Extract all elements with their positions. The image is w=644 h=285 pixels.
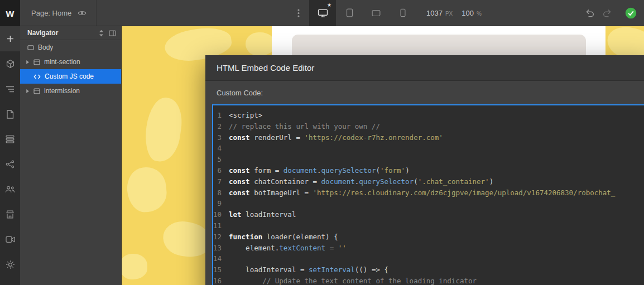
canvas-width-value[interactable]: 1037 — [426, 9, 443, 17]
line-content — [229, 154, 233, 165]
default-breakpoint-star-icon: ★ — [327, 3, 331, 8]
users-icon[interactable] — [0, 177, 20, 202]
navigator-item-mint-section[interactable]: mint-section — [20, 55, 121, 69]
expand-chevron-icon[interactable] — [25, 89, 30, 94]
code-line: 2// replace this url with your own // — [213, 121, 644, 132]
line-content: loadInterval = setInterval(() => { — [229, 264, 388, 276]
line-content — [229, 220, 233, 231]
modal-body: Custom Code: 1<script>2// replace this u… — [205, 81, 644, 285]
paint-blob — [246, 32, 275, 56]
paint-blob — [142, 95, 185, 164]
collapse-panel-icon[interactable] — [109, 30, 116, 36]
code-line: 6const form = document.querySelector('fo… — [213, 165, 644, 176]
pages-icon[interactable] — [0, 102, 20, 127]
modal-title: HTML Embed Code Editor — [217, 63, 314, 73]
code-line: 11 — [213, 220, 644, 231]
section-element-icon — [33, 59, 40, 65]
saved-status-check-icon[interactable] — [625, 7, 637, 19]
custom-code-label: Custom Code: — [217, 89, 644, 97]
code-line: 5 — [213, 154, 644, 165]
line-number: 3 — [213, 132, 229, 143]
line-content: element.textContent = '' — [229, 243, 347, 254]
modal-header[interactable]: HTML Embed Code Editor — [205, 55, 644, 81]
breakpoint-phone-button[interactable] — [390, 0, 416, 26]
settings-icon[interactable] — [0, 252, 20, 277]
preview-eye-icon[interactable] — [78, 10, 86, 16]
line-number: 12 — [213, 231, 229, 243]
code-line: 14 — [213, 253, 644, 264]
navigator-item-intermission[interactable]: intermission — [20, 84, 121, 98]
line-content: const botImageUrl = 'https://res.cloudin… — [229, 187, 615, 199]
page-selector[interactable]: Page: Home — [20, 0, 97, 26]
topbar: w Page: Home ★ 1037 PX 100 % — [0, 0, 644, 26]
breakpoint-desktop-button[interactable]: ★ — [309, 0, 336, 26]
line-number: 7 — [213, 176, 229, 187]
zoom-value[interactable]: 100 — [462, 9, 474, 17]
ecommerce-icon[interactable] — [0, 202, 20, 227]
line-number: 2 — [213, 121, 229, 132]
code-line: 13 element.textContent = '' — [213, 243, 644, 254]
navigator-header: Navigator — [20, 26, 121, 40]
line-number: 8 — [213, 187, 229, 199]
logo-glyph: w — [6, 7, 15, 20]
line-number: 16 — [213, 276, 229, 285]
navigator-item-label: intermission — [44, 87, 80, 95]
line-content: // Update the text content of the loadin… — [229, 276, 477, 285]
line-content — [229, 253, 233, 264]
navigator-panel: Navigator Bodymint-sectionCustom JS code… — [20, 26, 122, 285]
reorder-sort-icon[interactable] — [99, 30, 104, 37]
paint-blob — [122, 254, 147, 279]
line-number: 6 — [213, 165, 229, 176]
code-element-icon — [33, 74, 41, 80]
navigator-icon[interactable] — [0, 76, 20, 102]
line-number: 1 — [213, 110, 229, 121]
navigator-item-label: Body — [38, 44, 53, 51]
topbar-right — [585, 0, 644, 26]
navigator-tree: Bodymint-sectionCustom JS codeintermissi… — [20, 40, 121, 98]
line-content — [229, 198, 233, 209]
navigator-item-label: mint-section — [44, 58, 80, 66]
breakpoint-tablet-button[interactable] — [336, 0, 363, 26]
webflow-logo[interactable]: w — [0, 0, 20, 26]
code-line: 8const botImageUrl = 'https://res.cloudi… — [213, 187, 644, 199]
code-line: 12function loader(element) { — [213, 231, 644, 243]
navigator-title: Navigator — [27, 29, 94, 37]
code-editor[interactable]: 1<script>2// replace this url with your … — [212, 104, 644, 285]
add-icon[interactable] — [0, 26, 20, 51]
line-number: 11 — [213, 220, 229, 231]
webflow-designer-screen: w Page: Home ★ 1037 PX 100 % Navigator — [0, 0, 644, 285]
navigator-item-body[interactable]: Body — [20, 40, 121, 55]
code-line: 9 — [213, 198, 644, 209]
line-content: const chatContainer = document.querySele… — [229, 176, 493, 187]
media-icon[interactable] — [0, 227, 20, 252]
breakpoint-switcher: ★ — [309, 0, 416, 26]
line-content — [229, 143, 233, 154]
symbols-icon[interactable] — [0, 51, 20, 76]
undo-button[interactable] — [585, 9, 594, 17]
line-number: 5 — [213, 154, 229, 165]
code-line: 16 // Update the text content of the loa… — [213, 276, 644, 285]
code-lines: 1<script>2// replace this url with your … — [213, 110, 644, 285]
expand-chevron-icon[interactable] — [25, 60, 30, 65]
paint-blob — [126, 166, 169, 214]
body-element-icon — [27, 45, 34, 51]
line-content: // replace this url with your own // — [229, 121, 380, 132]
code-line: 15 loadInterval = setInterval(() => { — [213, 264, 644, 276]
canvas-dimensions: 1037 PX 100 % — [426, 9, 482, 17]
code-line: 10let loadInterval — [213, 209, 644, 220]
line-content: const renderUrl = 'https://codex-r7hz.on… — [229, 132, 443, 143]
logic-icon[interactable] — [0, 152, 20, 177]
line-number: 4 — [213, 143, 229, 154]
code-line: 4 — [213, 143, 644, 154]
navigator-item-custom-js-code[interactable]: Custom JS code — [20, 69, 121, 84]
line-content: const form = document.querySelector('for… — [229, 165, 410, 176]
left-toolbar — [0, 26, 20, 285]
line-number: 9 — [213, 198, 229, 209]
breakpoint-tablet-landscape-button[interactable] — [363, 0, 390, 26]
line-content: <script> — [229, 110, 262, 121]
menu-dots-icon[interactable] — [292, 0, 305, 26]
redo-button[interactable] — [603, 9, 612, 17]
cms-icon[interactable] — [0, 127, 20, 152]
navigator-item-label: Custom JS code — [45, 73, 94, 80]
code-line: 7const chatContainer = document.querySel… — [213, 176, 644, 187]
